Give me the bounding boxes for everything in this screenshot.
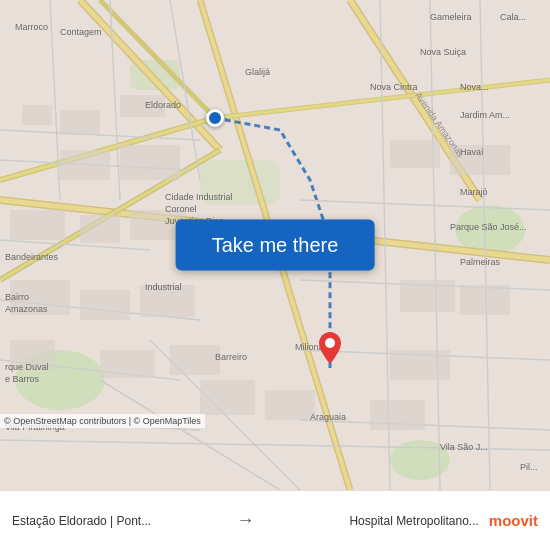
svg-text:Vila São J...: Vila São J... [440, 442, 488, 452]
svg-rect-40 [22, 105, 52, 125]
destination-label: Hospital Metropolitano... [264, 514, 478, 528]
moovit-logo: moovit [489, 512, 538, 529]
svg-text:Marajó: Marajó [460, 187, 488, 197]
svg-text:Bairro: Bairro [5, 292, 29, 302]
svg-rect-44 [120, 145, 180, 180]
svg-rect-60 [265, 390, 315, 420]
svg-rect-49 [80, 290, 130, 320]
svg-rect-52 [100, 350, 155, 378]
svg-text:Amazonas: Amazonas [5, 304, 48, 314]
svg-text:Gameleira: Gameleira [430, 12, 472, 22]
svg-text:Glalijá: Glalijá [245, 67, 270, 77]
svg-text:e Barros: e Barros [5, 374, 40, 384]
svg-rect-46 [80, 215, 120, 243]
moovit-logo-text: moovit [489, 512, 538, 529]
origin-pin [206, 109, 224, 127]
svg-rect-54 [390, 140, 440, 168]
svg-text:Contagem: Contagem [60, 27, 102, 37]
svg-text:Cala...: Cala... [500, 12, 526, 22]
svg-text:Marroco: Marroco [15, 22, 48, 32]
svg-rect-59 [200, 380, 255, 415]
svg-rect-43 [60, 150, 110, 180]
svg-text:rque Duval: rque Duval [5, 362, 49, 372]
svg-text:Araguaia: Araguaia [310, 412, 346, 422]
origin-label: Estação Eldorado | Pont... [12, 514, 226, 528]
svg-rect-53 [170, 345, 220, 375]
svg-rect-61 [370, 400, 425, 430]
map-attribution: © OpenStreetMap contributors | © OpenMap… [0, 414, 205, 428]
svg-text:Parque São José...: Parque São José... [450, 222, 527, 232]
svg-text:Cidade Industrial: Cidade Industrial [165, 192, 233, 202]
svg-text:Coronel: Coronel [165, 204, 197, 214]
svg-rect-41 [60, 110, 100, 135]
svg-text:Nova...: Nova... [460, 82, 489, 92]
destination-pin [319, 332, 341, 368]
svg-rect-56 [400, 280, 455, 312]
svg-text:Nova Cintra: Nova Cintra [370, 82, 418, 92]
bottom-bar: Estação Eldorado | Pont... → Hospital Me… [0, 490, 550, 550]
svg-rect-57 [460, 285, 510, 315]
svg-text:Eldorado: Eldorado [145, 100, 181, 110]
svg-point-92 [325, 338, 335, 348]
direction-arrow-icon: → [236, 510, 254, 531]
svg-text:Barreiro: Barreiro [215, 352, 247, 362]
svg-text:Palmeiras: Palmeiras [460, 257, 501, 267]
svg-rect-58 [390, 350, 450, 380]
svg-text:Bandeirantes: Bandeirantes [5, 252, 59, 262]
take-me-there-button[interactable]: Take me there [176, 220, 375, 271]
svg-rect-45 [10, 210, 65, 240]
svg-text:Jardim Am...: Jardim Am... [460, 110, 510, 120]
svg-text:Industrial: Industrial [145, 282, 182, 292]
map-container: Eldorado Contagem Marroco Gameleira Nova… [0, 0, 550, 490]
svg-text:Nova Suiça: Nova Suiça [420, 47, 466, 57]
svg-text:Pil...: Pil... [520, 462, 538, 472]
